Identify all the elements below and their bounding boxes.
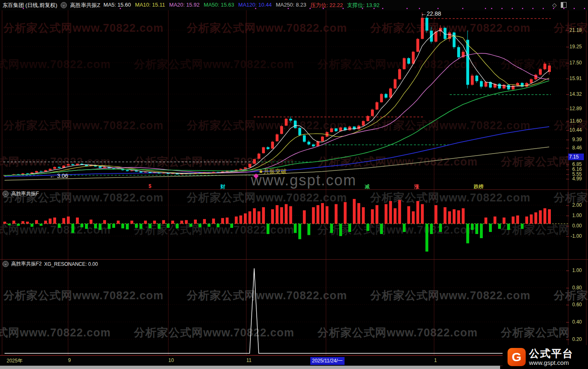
panel2-header: ⌄ 高胜率共振F [2,190,39,197]
event-marker: 跌榜 [474,183,484,190]
panel3-header: ⌄ 高胜率共振F2 XG_RESONANCE: 0.00 [2,260,98,267]
chart-annotation: ← 3.06 [50,173,68,179]
indicator-name: 高胜率共振Z [70,2,100,9]
price-axis-label: 21.18 [569,27,582,33]
panel2-axis-label: 0.00 [569,223,582,229]
signal-dot [342,8,344,9]
gspt-logo[interactable]: G 公式平台 www.gspt.com [503,345,588,369]
chart-annotation: ★共振突破 [258,168,287,175]
price-axis-label: 19.25 [569,44,582,50]
event-marker: 减 [365,183,370,190]
indicator-value: 压力位: 22.22 [310,2,343,9]
collapse-main-panel-icon[interactable]: ⌄ [61,2,67,8]
price-axis-label: 11.60 [569,118,582,124]
year-label: 2025年 [7,357,23,364]
price-axis-label: 9.39 [569,137,582,142]
signal-dot [574,8,575,9]
price-axis-label: 17.50 [569,60,582,66]
event-marker: 涨 [414,183,419,190]
bottom-scrollbar[interactable] [0,366,500,369]
signal-dot [437,8,439,9]
signal-dot [406,8,408,9]
gspt-logo-name: 公式平台 [529,348,574,360]
crosshair-date-box: 2025/11/24/一 [310,357,345,365]
price-axis-label: 8.46 [569,145,582,151]
panel3-axis-label: 0.20 [569,336,582,342]
signal-dot [491,8,492,9]
signal-dot [362,8,363,9]
panel3-axis-label: 0.80 [569,285,582,291]
indicator-value: MA5: 15.60 [104,2,131,9]
signal-dot [532,8,534,9]
price-axis-label: 12.89 [569,106,582,111]
panel3-title: 高胜率共振F2 [11,260,42,267]
collapse-panel2-icon[interactable]: ⌄ [2,191,9,197]
signal-dot [309,8,311,9]
signal-dot [323,8,324,9]
gspt-logo-url: www.gspt.com [529,360,574,367]
chart-application-window: 西股公式 核心逻辑是增加了出行突破（数码）＋压力位前线突破（技术）＋蓝线趋势（M… [0,0,588,369]
panel2-title: 高胜率共振F [11,190,39,197]
chart-annotation: ←22.88 [421,10,441,17]
event-marker: $ [149,183,151,189]
panel3-axis-label: 0.60 [569,302,582,308]
indicator-value: 支撑位: 13.92 [347,2,380,9]
signal-dot [373,8,375,9]
panel3-value: XG_RESONANCE: 0.00 [44,261,98,267]
signal-dot [543,8,544,9]
signal-dot [120,8,121,9]
stock-title: 东百集团 (日线,前复权) [2,2,57,9]
indicator-values: MA5: 15.60MA10: 15.11MA20: 15.92MA50: 15… [104,2,380,9]
price-axis-label: 4.99 [569,176,582,182]
date-axis-bar[interactable]: 2025年 910111 2025/11/24/一 [0,355,588,366]
signal-dot [288,8,289,9]
indicator-value: MA250: 8.23 [276,2,307,9]
signal-dot [512,8,513,9]
signal-dot [522,8,523,9]
panel2-axis-label: 1.00 [569,213,582,218]
panel-layout-icon[interactable] [561,2,567,8]
month-label: 9 [68,357,71,363]
price-axis-label: 14.32 [569,91,582,97]
top-info-bar: 东百集团 (日线,前复权) ⌄ 高胜率共振Z MA5: 15.60MA10: 1… [0,0,588,10]
diamond-tool-icon[interactable]: ◇ [552,2,557,8]
signal-dot [501,8,503,9]
panel2-axis-label: 2.00 [569,202,582,208]
panel3-axis-label: 1.00 [569,267,582,273]
signal-dot [382,8,383,9]
price-axis-label: 15.91 [569,76,582,81]
month-label: 1 [434,357,437,363]
signal-dot [485,8,486,9]
crosshair-price-box: 7.15 [568,154,584,160]
indicator-value: MA20: 15.92 [169,2,200,9]
signal-dot [419,8,420,9]
signal-dot [584,8,585,9]
gspt-logo-icon: G [508,348,526,366]
event-marker: 财 [220,183,225,190]
month-label: 11 [246,357,251,363]
month-label: 10 [168,357,174,363]
indicator-value: MA10: 15.11 [135,2,165,9]
indicator-value: MA50: 15.63 [204,2,234,9]
collapse-panel3-icon[interactable]: ⌄ [2,261,9,267]
signal-dot [462,8,463,9]
price-axis-label: 10.44 [569,127,582,133]
signal-dot [255,8,256,9]
panel2-axis-label: -1.00 [569,233,582,239]
panel3-axis-label: 0.40 [569,319,582,325]
signal-dot [23,8,24,9]
